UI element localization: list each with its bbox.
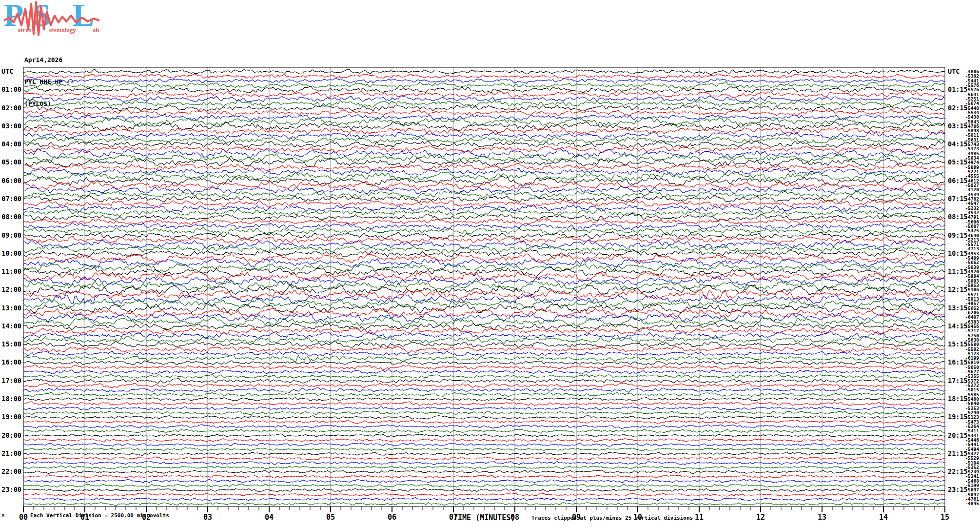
seismogram-trace-row [23, 457, 945, 460]
seismogram-trace-row [23, 277, 945, 285]
seismogram-trace-row [23, 466, 945, 469]
axis-utc-left: UTC [1, 67, 13, 75]
seismogram-trace-row [23, 336, 945, 345]
x-tick-label: 04 [265, 513, 274, 522]
seismogram-trace-row [23, 304, 945, 313]
seismogram-trace-row [23, 127, 945, 135]
hour-label-left: 06:00 [1, 177, 21, 184]
seismogram-trace-row [23, 397, 945, 401]
hour-label-left: 10:00 [1, 249, 21, 257]
seismogram-trace-row [23, 383, 945, 388]
seismogram-trace-row [23, 137, 945, 143]
seismogram-trace-row [23, 365, 945, 370]
seismogram-trace-row [23, 74, 945, 79]
seismogram-trace-row [23, 331, 945, 339]
seismogram-trace-row [23, 439, 945, 442]
seismogram-trace-row [23, 285, 945, 294]
hour-label-left: 20:00 [1, 431, 21, 439]
seismogram-trace-row [23, 443, 945, 446]
x-tick-label: 00 [19, 513, 28, 522]
seismogram-trace-row [23, 149, 945, 158]
seismogram-trace-row [23, 388, 945, 393]
hour-label-left: 22:00 [1, 467, 21, 475]
seismogram-trace-row [23, 327, 945, 334]
seismogram-trace-row [23, 402, 945, 405]
x-tick-label: 11 [695, 513, 704, 522]
hour-label-left: 04:00 [1, 140, 21, 148]
seismogram-trace-row [23, 470, 945, 473]
seismogram-trace-row [23, 109, 945, 116]
seismogram-trace-row [23, 86, 945, 93]
seismogram-trace-row [23, 341, 945, 347]
axis-utc-right: UTC [948, 67, 960, 75]
seismogram-trace-row [23, 258, 945, 267]
seismogram-trace-row [23, 355, 945, 363]
hour-label-left: 01:00 [1, 85, 21, 93]
hour-label-left: 15:00 [1, 340, 21, 348]
trace-offset-value: -4845 [965, 501, 979, 506]
seismogram-trace-row [23, 420, 945, 424]
seismogram-trace-row [23, 498, 945, 502]
x-tick-label: 13 [818, 513, 826, 522]
seismogram-trace-row [23, 209, 945, 217]
hour-label-left: 21:00 [1, 449, 21, 457]
seismogram-trace-row [23, 79, 945, 84]
seismogram-trace-row [23, 196, 945, 203]
hour-label-left: 05:00 [1, 158, 21, 166]
x-tick-label: 12 [756, 513, 765, 522]
seismogram-trace-row [23, 434, 945, 437]
seismogram-trace-row [23, 475, 945, 478]
hour-label-left: 14:00 [1, 322, 21, 330]
x-tick-label: 03 [203, 513, 212, 522]
seismogram-trace-row [23, 158, 945, 167]
seismogram-trace-row [23, 146, 945, 153]
seismogram-trace-row [23, 429, 945, 433]
seismogram-trace-row [23, 82, 945, 89]
seismogram-trace-row [23, 249, 945, 257]
seismogram-trace-row [23, 267, 945, 276]
hour-label-left: 11:00 [1, 267, 21, 275]
seismogram-trace-row [23, 484, 945, 487]
hour-label-left: 13:00 [1, 304, 21, 312]
seismogram-trace-row [23, 392, 945, 397]
hour-label-left: 16:00 [1, 358, 21, 366]
seismogram-trace-row [23, 479, 945, 483]
seismogram-trace-row [23, 361, 945, 365]
x-tick-label: 14 [879, 513, 888, 522]
seismogram-trace-row [23, 416, 945, 420]
hour-label-left: 19:00 [1, 413, 21, 421]
seismogram-trace-row [23, 447, 945, 451]
seismogram-trace-row [23, 299, 945, 308]
seismogram-trace-row [23, 154, 945, 162]
seismogram-trace-row [23, 186, 945, 194]
footer-scale-note: Each Vertical Division = 2500.00 microvo… [30, 512, 169, 519]
seismogram-trace-row [23, 163, 945, 171]
hour-label-left: 09:00 [1, 231, 21, 239]
seismogram-trace-row [23, 374, 945, 378]
seismogram-trace-row [23, 219, 945, 225]
seismogram-trace-row [23, 406, 945, 410]
seismogram-trace-row [23, 452, 945, 455]
seismogram-trace-row [23, 411, 945, 415]
seismogram-trace-row [23, 461, 945, 465]
x-axis-title: TIME (MINUTES) [453, 513, 515, 522]
hour-label-left: 23:00 [1, 486, 21, 493]
seismogram-trace-row [23, 295, 945, 304]
seismogram-trace-row [23, 346, 945, 353]
seismogram-trace-row [23, 236, 945, 243]
hour-label-left: 03:00 [1, 122, 21, 130]
seismogram-trace-row [23, 488, 945, 492]
seismogram-trace-row [23, 369, 945, 374]
seismogram-trace-row [23, 281, 945, 290]
hour-label-left: 18:00 [1, 395, 21, 403]
x-tick-label: 06 [388, 513, 396, 522]
hour-label-left: 08:00 [1, 213, 21, 221]
seismogram-trace-row [23, 425, 945, 428]
seismogram-trace-row [23, 105, 945, 112]
hour-label-left: 12:00 [1, 285, 21, 293]
corner-mark: M [2, 514, 4, 518]
seismogram-trace-row [23, 190, 945, 199]
seismogram-trace-row [23, 177, 945, 185]
footer-clip-note: Traces clipped at plus/minus 25 vertical… [531, 515, 693, 521]
seismogram-trace-row [23, 502, 945, 506]
